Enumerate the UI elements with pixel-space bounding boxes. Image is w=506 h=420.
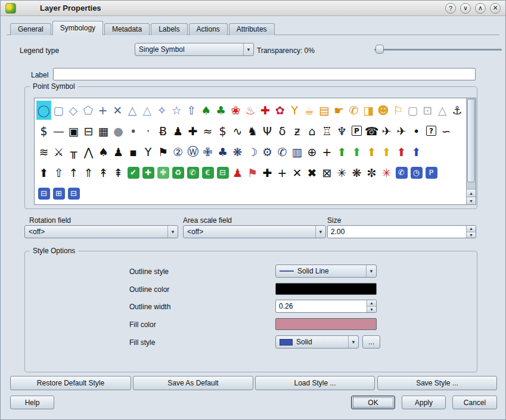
symbol-badge-plus[interactable]: ✚ — [141, 163, 156, 182]
symbol-list-scrollbar[interactable]: ▲ ▼ — [466, 98, 476, 204]
symbol-house[interactable]: ⌂ — [305, 122, 319, 141]
symbol-phone-box[interactable]: ✆ — [346, 101, 361, 120]
fill-style-more-button[interactable]: ... — [362, 335, 380, 349]
symbol-badge-check[interactable]: ✔ — [126, 163, 141, 182]
help-button[interactable]: Help — [10, 396, 54, 409]
symbol-bank-b[interactable]: Ƀ — [156, 122, 170, 141]
slider-handle[interactable] — [375, 45, 384, 54]
symbol-hiker[interactable]: ♟ — [111, 142, 126, 161]
restore-default-style-button[interactable]: Restore Default Style — [10, 376, 131, 390]
symbol-gear[interactable]: ⚙ — [260, 142, 275, 161]
symbol-badge-cross[interactable]: ✙ — [156, 163, 170, 182]
symbol-pentagon[interactable]: ⬠ — [80, 101, 95, 120]
symbol-skater[interactable]: ƶ — [290, 122, 305, 141]
symbol-number-2[interactable]: ② — [170, 142, 185, 161]
tab-symbology[interactable]: Symbology — [52, 21, 103, 35]
size-spinbox[interactable]: ▲ ▼ — [327, 225, 476, 238]
symbol-flag-orange[interactable]: ⚐ — [390, 101, 405, 120]
spin-up-icon[interactable]: ▲ — [467, 226, 476, 232]
tab-metadata[interactable]: Metadata — [104, 23, 150, 35]
symbol-square-white[interactable]: ▢ — [405, 101, 420, 120]
symbol-picnic[interactable]: ╥ — [66, 142, 81, 161]
symbol-arrow-up-outline[interactable]: ⇧ — [184, 101, 199, 120]
symbol-museum[interactable]: ▥ — [290, 142, 305, 161]
symbol-roundel-clock[interactable]: ◷ — [409, 163, 424, 182]
symbol-flower-red[interactable]: ✿ — [272, 101, 287, 120]
load-style-button[interactable]: Load Style ... — [255, 376, 375, 390]
symbol-flower-gear[interactable]: ❋ — [230, 142, 245, 161]
symbol-star-diamond[interactable]: ✧ — [154, 101, 169, 120]
symbol-arrow-up-green-2[interactable]: ⬆ — [349, 142, 364, 161]
symbol-restaurant[interactable]: Ψ — [260, 122, 275, 141]
symbol-arrow-black-6[interactable]: ⇞ — [111, 163, 126, 182]
symbol-circle-gray[interactable]: ● — [111, 122, 126, 141]
symbol-flower[interactable]: ❀ — [228, 101, 243, 120]
symbol-cross[interactable]: + — [95, 101, 110, 120]
symbol-crosshair[interactable]: + — [319, 142, 334, 161]
symbol-star-six-2[interactable]: ❋ — [349, 163, 364, 182]
symbol-fire[interactable]: ♨ — [243, 101, 258, 120]
symbol-arrow-up-yellow[interactable]: ⬆ — [364, 142, 379, 161]
symbol-triangle-gray[interactable]: △ — [435, 101, 450, 120]
window-unshade-icon[interactable]: ∧ — [475, 3, 486, 14]
outline-color-swatch[interactable] — [275, 283, 377, 295]
transparency-slider[interactable] — [374, 44, 502, 54]
scrollbar-thumb[interactable] — [467, 99, 475, 182]
symbol-wine-glass[interactable]: Y — [141, 142, 156, 161]
symbol-badge-car[interactable]: ⊟ — [215, 163, 230, 182]
symbol-anchor[interactable]: ⚓ — [449, 101, 464, 120]
spin-down-icon[interactable]: ▼ — [467, 232, 476, 238]
symbol-cross-x[interactable]: ✕ — [110, 101, 125, 120]
symbol-campsite[interactable]: ⋀ — [81, 142, 96, 161]
cancel-button[interactable]: Cancel — [452, 396, 497, 409]
symbol-telephone[interactable]: ☎ — [364, 122, 379, 141]
symbol-arrow-up-yellow-2[interactable]: ⬆ — [379, 142, 394, 161]
spin-down-icon[interactable]: ▼ — [367, 306, 376, 313]
symbol-camera[interactable]: ▣ — [66, 122, 81, 141]
outline-width-input[interactable] — [276, 300, 366, 312]
window-help-icon[interactable]: ? — [445, 3, 456, 14]
symbol-moon[interactable]: ☽ — [245, 142, 260, 161]
tab-attributes[interactable]: Attributes — [229, 23, 275, 35]
outline-style-combo[interactable]: Solid Line ▼ — [275, 265, 377, 278]
symbol-cross-round[interactable]: ✙ — [200, 142, 215, 161]
scroll-down-icon[interactable]: ▼ — [467, 197, 476, 204]
window-close-icon[interactable]: ✕ — [490, 3, 501, 14]
label-input[interactable] — [53, 68, 476, 80]
outline-width-spinbox[interactable]: ▲ ▼ — [275, 300, 377, 313]
symbol-bar[interactable]: Y — [287, 101, 302, 120]
apply-button[interactable]: Apply — [402, 396, 446, 409]
symbol-diamond[interactable]: ◇ — [66, 101, 81, 120]
symbol-arrow-black-3[interactable]: ↑ — [66, 163, 81, 182]
ok-button[interactable]: OK — [351, 396, 395, 409]
symbol-currency[interactable]: $ — [215, 122, 230, 141]
fill-style-combo[interactable]: Solid ▼ — [275, 335, 359, 349]
symbol-compass[interactable]: ⊕ — [305, 142, 319, 161]
tab-labels[interactable]: Labels — [151, 23, 187, 35]
symbol-pointer[interactable]: ☛ — [331, 101, 346, 120]
symbol-waterski[interactable]: ≋ — [36, 142, 51, 161]
symbol-star-six-3[interactable]: ✼ — [364, 163, 379, 182]
symbol-runway-x-2[interactable]: ✖ — [305, 163, 319, 182]
symbol-equilateral-triangle[interactable]: △ — [139, 101, 154, 120]
symbol-ski[interactable]: ⚔ — [51, 142, 66, 161]
symbol-square-black[interactable]: ▪ — [126, 142, 141, 161]
symbol-star-six-1[interactable]: ✳ — [334, 163, 349, 182]
symbol-badge-euro[interactable]: € — [200, 163, 215, 182]
symbol-swimming[interactable]: ≈ — [200, 122, 215, 141]
symbol-star-six-red[interactable]: ✳ — [379, 163, 394, 182]
size-input[interactable] — [328, 226, 465, 238]
symbol-train-station[interactable]: ⊟ — [66, 184, 81, 203]
symbol-airport[interactable]: ✈ — [394, 122, 409, 141]
symbol-restroom[interactable]: Ⓦ — [185, 142, 200, 161]
symbol-dollar[interactable]: $ — [36, 122, 51, 141]
symbol-star[interactable]: ☆ — [169, 101, 184, 120]
symbol-arrow-black-2[interactable]: ⇧ — [51, 163, 66, 182]
symbol-triangle[interactable]: △ — [125, 101, 140, 120]
symbol-tram-stop[interactable]: ⊞ — [51, 184, 66, 203]
symbol-arrow-black-1[interactable]: ⬆ — [36, 163, 51, 182]
symbol-clover[interactable]: ♣ — [215, 142, 230, 161]
symbol-runway-x-boxed[interactable]: ⊠ — [319, 163, 334, 182]
symbol-deer[interactable]: ♞ — [245, 122, 260, 141]
symbol-arrow-up-red[interactable]: ⬆ — [394, 142, 409, 161]
